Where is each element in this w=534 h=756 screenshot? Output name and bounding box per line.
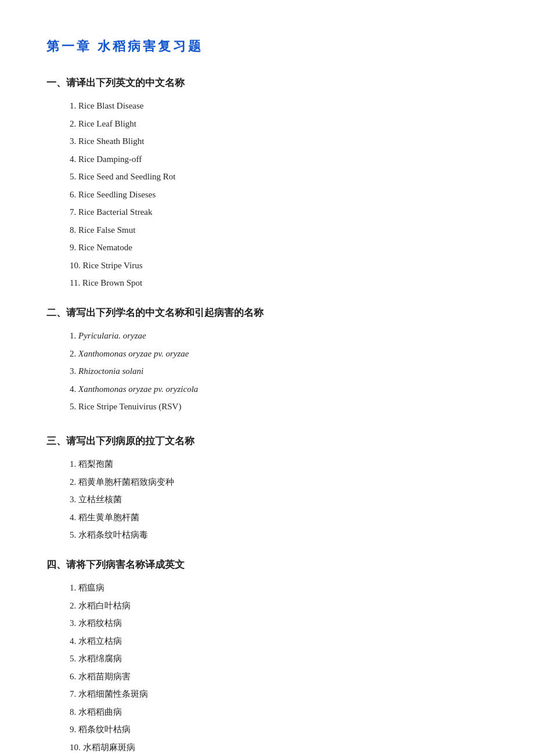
list-1: 1. Rice Blast Disease2. Rice Leaf Blight…	[70, 98, 488, 291]
list-item: 5. 水稻绵腐病	[70, 650, 488, 667]
item-text: 水稻绵腐病	[78, 654, 122, 663]
item-text: Rhizoctonia solani	[78, 366, 143, 376]
list-3: 1. 稻梨孢菌2. 稻黄单胞杆菌稻致病变种3. 立枯丝核菌4. 稻生黄单胞杆菌5…	[70, 456, 488, 543]
item-number: 3.	[70, 136, 78, 146]
item-number: 8.	[70, 225, 78, 235]
section-4: 四、请将下列病害名称译成英文1. 稻瘟病2. 水稻白叶枯病3. 水稻纹枯病4. …	[46, 556, 488, 756]
item-text: 水稻立枯病	[78, 636, 122, 646]
item-number: 5.	[70, 654, 78, 663]
item-number: 4.	[70, 513, 78, 522]
list-item: 3. Rhizoctonia solani	[70, 363, 488, 380]
section-header-4: 四、请将下列病害名称译成英文	[46, 556, 488, 574]
item-number: 4.	[70, 384, 78, 394]
list-item: 3. 立枯丝核菌	[70, 491, 488, 508]
item-number: 2.	[70, 477, 78, 487]
section-header-2: 二、请写出下列学名的中文名称和引起病害的名称	[46, 304, 488, 322]
list-item: 4. Xanthomonas oryzae pv. oryzicola	[70, 381, 488, 398]
list-item: 10. Rice Stripe Virus	[70, 257, 488, 274]
item-number: 5.	[70, 172, 78, 181]
item-text: 立枯丝核菌	[78, 495, 122, 504]
item-number: 3.	[70, 618, 78, 628]
item-text: Rice Bacterial Streak	[78, 207, 152, 217]
list-4: 1. 稻瘟病2. 水稻白叶枯病3. 水稻纹枯病4. 水稻立枯病5. 水稻绵腐病6…	[70, 579, 488, 756]
list-item: 1. Rice Blast Disease	[70, 98, 488, 114]
section-3: 三、请写出下列病原的拉丁文名称1. 稻梨孢菌2. 稻黄单胞杆菌稻致病变种3. 立…	[46, 433, 488, 543]
list-item: 4. 水稻立枯病	[70, 633, 488, 650]
item-number: 5.	[70, 530, 78, 539]
item-text: 稻黄单胞杆菌稻致病变种	[78, 477, 174, 487]
list-item: 2. Xanthomonas oryzae pv. oryzae	[70, 345, 488, 362]
item-number: 5.	[70, 402, 78, 411]
item-number: 10.	[70, 743, 83, 752]
item-number: 3.	[70, 366, 78, 376]
item-text: 水稻胡麻斑病	[83, 743, 135, 752]
item-text: Rice Nematode	[78, 243, 132, 252]
list-item: 7. Rice Bacterial Streak	[70, 204, 488, 221]
list-item: 3. Rice Sheath Blight	[70, 133, 488, 150]
list-item: 8. Rice False Smut	[70, 222, 488, 239]
item-text: Pyricularia. oryzae	[78, 331, 146, 340]
item-text: 水稻条纹叶枯病毒	[78, 530, 148, 539]
item-text: Xanthomonas oryzae pv. oryzicola	[78, 384, 198, 394]
item-number: 2.	[70, 349, 78, 358]
item-text: Rice Sheath Blight	[78, 136, 144, 146]
item-text: 水稻苗期病害	[78, 672, 131, 681]
list-item: 11. Rice Brown Spot	[70, 275, 488, 291]
list-item: 1. 稻梨孢菌	[70, 456, 488, 473]
item-text: 稻条纹叶枯病	[78, 725, 131, 734]
item-number: 6.	[70, 190, 78, 199]
item-number: 1.	[70, 331, 78, 340]
item-text: 水稻纹枯病	[78, 618, 122, 628]
list-item: 2. 水稻白叶枯病	[70, 597, 488, 614]
list-item: 6. Rice Seedling Diseses	[70, 186, 488, 203]
item-text: Rice Damping-off	[78, 154, 142, 164]
item-number: 9.	[70, 725, 78, 734]
item-number: 4.	[70, 636, 78, 646]
item-text: Rice Seedling Diseses	[78, 190, 156, 199]
section-header-3: 三、请写出下列病原的拉丁文名称	[46, 433, 488, 451]
item-text: 水稻细菌性条斑病	[78, 689, 148, 699]
page-title: 第一章 水稻病害复习题	[46, 35, 488, 58]
list-item: 7. 水稻细菌性条斑病	[70, 686, 488, 703]
list-item: 1. 稻瘟病	[70, 579, 488, 596]
item-number: 7.	[70, 689, 78, 699]
item-number: 1.	[70, 101, 78, 110]
item-number: 1.	[70, 459, 78, 469]
item-text: 稻梨孢菌	[78, 459, 113, 469]
item-number: 4.	[70, 154, 78, 164]
item-text: 稻瘟病	[78, 583, 104, 592]
list-item: 6. 水稻苗期病害	[70, 668, 488, 685]
item-text: 水稻白叶枯病	[78, 601, 131, 610]
list-item: 1. Pyricularia. oryzae	[70, 327, 488, 344]
item-number: 11.	[70, 278, 82, 287]
item-number: 8.	[70, 707, 78, 717]
item-number: 9.	[70, 243, 78, 252]
item-text: Rice False Smut	[78, 225, 135, 235]
list-item: 9. Rice Nematode	[70, 239, 488, 256]
list-item: 4. Rice Damping-off	[70, 151, 488, 168]
list-item: 5. 水稻条纹叶枯病毒	[70, 527, 488, 543]
list-item: 3. 水稻纹枯病	[70, 615, 488, 632]
item-number: 10.	[70, 261, 83, 270]
item-number: 2.	[70, 119, 78, 128]
item-text: Rice Blast Disease	[78, 101, 143, 110]
item-number: 2.	[70, 601, 78, 610]
item-text: 水稻稻曲病	[78, 707, 122, 717]
section-header-1: 一、请译出下列英文的中文名称	[46, 74, 488, 92]
item-number: 1.	[70, 583, 78, 592]
item-text: 稻生黄单胞杆菌	[78, 513, 139, 522]
item-text: Rice Leaf Blight	[78, 119, 136, 128]
list-item: 9. 稻条纹叶枯病	[70, 721, 488, 738]
list-item: 2. 稻黄单胞杆菌稻致病变种	[70, 474, 488, 491]
list-2: 1. Pyricularia. oryzae2. Xanthomonas ory…	[70, 327, 488, 415]
section-1: 一、请译出下列英文的中文名称1. Rice Blast Disease2. Ri…	[46, 74, 488, 291]
item-number: 7.	[70, 207, 78, 217]
list-item: 10. 水稻胡麻斑病	[70, 739, 488, 756]
section-2: 二、请写出下列学名的中文名称和引起病害的名称1. Pyricularia. or…	[46, 304, 488, 415]
item-text: Rice Seed and Seedling Rot	[78, 172, 175, 181]
item-text: Xanthomonas oryzae pv. oryzae	[78, 349, 189, 358]
item-text: Rice Stripe Tenuivirus (RSV)	[78, 402, 181, 411]
item-number: 3.	[70, 495, 78, 504]
item-text: Rice Stripe Virus	[83, 261, 143, 270]
list-item: 5. Rice Seed and Seedling Rot	[70, 168, 488, 185]
